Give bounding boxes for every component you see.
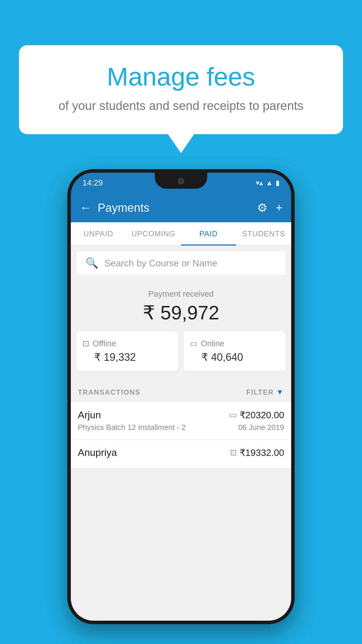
offline-card: ⊡ Offline ₹ 19,332 bbox=[77, 331, 178, 371]
phone-screen: 14:29 ▾▴ ▲ ▮ ← Payments ⚙ + UNPAID UPCOM… bbox=[71, 173, 291, 621]
payment-cards: ⊡ Offline ₹ 19,332 ▭ Online ₹ 40,640 bbox=[77, 331, 285, 371]
offline-card-header: ⊡ Offline bbox=[82, 339, 172, 348]
offline-icon: ⊡ bbox=[82, 339, 89, 348]
offline-payment-icon: ⊡ bbox=[230, 448, 237, 457]
filter-icon: ▼ bbox=[276, 388, 284, 397]
transaction-name: Arjun bbox=[78, 409, 101, 421]
transaction-amount-wrap: ▭ ₹20320.00 bbox=[229, 410, 284, 421]
transaction-bottom: Physics Batch 12 Installment - 2 06 June… bbox=[78, 423, 284, 432]
add-button[interactable]: + bbox=[276, 201, 282, 214]
transaction-top: Anupriya ⊡ ₹19332.00 bbox=[78, 447, 284, 458]
tab-upcoming[interactable]: UPCOMING bbox=[126, 222, 181, 245]
wifi-icon: ▾▴ bbox=[256, 179, 263, 187]
online-amount: ₹ 40,640 bbox=[190, 351, 280, 363]
online-card: ▭ Online ₹ 40,640 bbox=[184, 331, 285, 371]
app-bar-actions: ⚙ + bbox=[257, 201, 282, 214]
transactions-header: TRANSACTIONS FILTER ▼ bbox=[71, 382, 291, 402]
transaction-row[interactable]: Arjun ▭ ₹20320.00 Physics Batch 12 Insta… bbox=[71, 402, 291, 440]
app-bar: ← Payments ⚙ + bbox=[71, 193, 291, 222]
speech-bubble-tail bbox=[168, 134, 194, 153]
transaction-amount-wrap: ⊡ ₹19332.00 bbox=[230, 447, 284, 458]
online-payment-icon: ▭ bbox=[229, 410, 237, 420]
offline-label: Offline bbox=[93, 339, 116, 348]
tab-paid[interactable]: PAID bbox=[181, 222, 236, 245]
transactions-label: TRANSACTIONS bbox=[78, 388, 140, 396]
online-card-header: ▭ Online bbox=[190, 339, 280, 348]
status-time: 14:29 bbox=[82, 178, 103, 188]
tabs-bar: UNPAID UPCOMING PAID STUDENTS bbox=[71, 222, 291, 246]
transaction-name: Anupriya bbox=[78, 447, 117, 458]
payment-section: Payment received ₹ 59,972 ⊡ Offline ₹ 19… bbox=[71, 281, 291, 382]
offline-amount: ₹ 19,332 bbox=[82, 351, 172, 363]
search-bar[interactable]: 🔍 Search by Course or Name bbox=[77, 251, 285, 275]
transaction-top: Arjun ▭ ₹20320.00 bbox=[78, 409, 284, 421]
search-icon: 🔍 bbox=[85, 257, 99, 269]
payment-total-amount: ₹ 59,972 bbox=[77, 302, 285, 324]
speech-bubble-title: Manage fees bbox=[42, 63, 320, 91]
notch bbox=[155, 173, 207, 189]
speech-bubble-section: Manage fees of your students and send re… bbox=[19, 45, 343, 153]
battery-icon: ▮ bbox=[276, 179, 280, 187]
settings-button[interactable]: ⚙ bbox=[257, 201, 268, 214]
transaction-amount: ₹20320.00 bbox=[240, 410, 284, 421]
camera bbox=[178, 178, 184, 184]
filter-label: FILTER bbox=[246, 388, 274, 396]
phone-mockup: 14:29 ▾▴ ▲ ▮ ← Payments ⚙ + UNPAID UPCOM… bbox=[67, 169, 295, 624]
transaction-amount: ₹19332.00 bbox=[240, 447, 284, 458]
tab-students[interactable]: STUDENTS bbox=[236, 222, 291, 245]
speech-bubble-card: Manage fees of your students and send re… bbox=[19, 45, 343, 134]
transaction-course: Physics Batch 12 Installment - 2 bbox=[78, 423, 186, 432]
content-area: 🔍 Search by Course or Name Payment recei… bbox=[71, 246, 291, 621]
payment-received-label: Payment received bbox=[77, 289, 285, 299]
signal-icon: ▲ bbox=[266, 179, 273, 187]
search-placeholder: Search by Course or Name bbox=[104, 258, 217, 269]
online-label: Online bbox=[201, 339, 224, 348]
online-icon: ▭ bbox=[190, 339, 197, 348]
transaction-date: 06 June 2019 bbox=[238, 423, 284, 432]
speech-bubble-subtitle: of your students and send receipts to pa… bbox=[42, 98, 320, 114]
app-bar-title: Payments bbox=[98, 201, 251, 214]
tab-unpaid[interactable]: UNPAID bbox=[71, 222, 126, 245]
filter-button[interactable]: FILTER ▼ bbox=[246, 388, 284, 397]
back-button[interactable]: ← bbox=[80, 201, 92, 215]
status-icons: ▾▴ ▲ ▮ bbox=[256, 179, 280, 187]
transaction-row[interactable]: Anupriya ⊡ ₹19332.00 bbox=[71, 440, 291, 468]
